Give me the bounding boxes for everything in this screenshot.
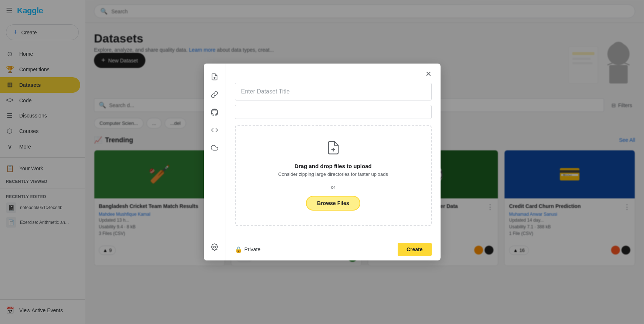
dataset-url-input[interactable]: www.kaggle.com/lnewdream/	[235, 105, 432, 119]
new-dataset-modal: ✕ www.kaggle.com/lnewdream/ Dra	[204, 64, 441, 260]
close-icon: ✕	[425, 69, 432, 78]
modal-file-icon-btn[interactable]	[207, 69, 222, 84]
modal-code-icon-btn[interactable]	[207, 123, 222, 137]
modal-body: www.kaggle.com/lnewdream/ Drag and drop …	[226, 83, 441, 238]
upload-file-icon	[245, 140, 422, 158]
create-dataset-button[interactable]: Create	[398, 243, 432, 256]
private-text: Private	[245, 246, 261, 252]
modal-close-button[interactable]: ✕	[423, 68, 435, 80]
upload-title: Drag and drop files to upload	[245, 163, 422, 169]
modal-overlay[interactable]: ✕ www.kaggle.com/lnewdream/ Dra	[0, 0, 644, 324]
modal-github-icon-btn[interactable]	[207, 105, 222, 120]
dataset-title-input[interactable]	[235, 83, 432, 100]
modal-link-icon-btn[interactable]	[207, 87, 222, 102]
modal-icon-panel	[204, 64, 226, 260]
svg-point-9	[214, 246, 216, 248]
lock-icon: 🔒	[235, 246, 242, 253]
modal-footer: 🔒 Private Create	[226, 238, 441, 260]
private-label: 🔒 Private	[235, 246, 261, 253]
modal-cloud-icon-btn[interactable]	[207, 140, 222, 155]
modal-icon-bottom	[207, 240, 222, 255]
modal-main: ✕ www.kaggle.com/lnewdream/ Dra	[226, 64, 441, 260]
upload-subtitle: Consider zipping large directories for f…	[245, 171, 422, 177]
modal-settings-icon-btn[interactable]	[207, 240, 222, 255]
or-text: or	[245, 184, 422, 190]
modal-header: ✕	[226, 64, 441, 83]
upload-area: Drag and drop files to upload Consider z…	[235, 125, 432, 226]
browse-files-button[interactable]: Browse Files	[306, 196, 360, 211]
